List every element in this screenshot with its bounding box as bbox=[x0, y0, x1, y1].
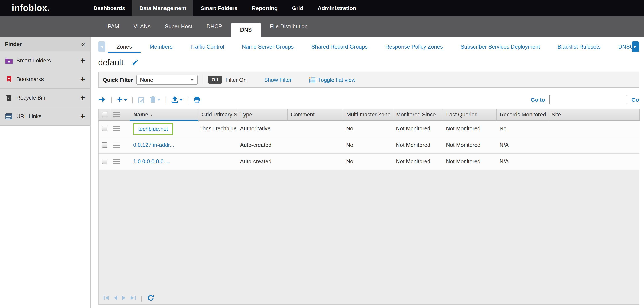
divider: | bbox=[165, 96, 166, 103]
menu-icon[interactable] bbox=[113, 112, 120, 117]
tab-members[interactable]: Members bbox=[141, 40, 181, 53]
sidebar-item-label: Smart Folders bbox=[16, 57, 51, 64]
cell-multi-master: No bbox=[343, 137, 392, 153]
row-checkbox[interactable] bbox=[102, 159, 108, 164]
cell-site bbox=[548, 153, 639, 170]
column-header-grid-primary[interactable]: Grid Primary Se... bbox=[198, 109, 237, 120]
nav-grid[interactable]: Grid bbox=[285, 0, 310, 16]
add-button[interactable]: + bbox=[117, 96, 127, 103]
tab-subscriber-services-deployment[interactable]: Subscriber Services Deployment bbox=[452, 40, 549, 53]
column-header-records-monitored[interactable]: Records Monitored bbox=[496, 109, 548, 120]
cell-last-queried: Not Monitored bbox=[443, 120, 496, 137]
recycle-bin-icon bbox=[5, 94, 13, 101]
sidebar-item-url-links[interactable]: URL Links + bbox=[0, 107, 90, 126]
next-page-button[interactable] bbox=[122, 295, 126, 300]
sidebar-item-smart-folders[interactable]: Smart Folders + bbox=[0, 52, 90, 70]
tab-response-policy-zones[interactable]: Response Policy Zones bbox=[376, 40, 452, 53]
sidebar-item-label: Recycle Bin bbox=[16, 94, 45, 101]
pagination-bar: | bbox=[98, 291, 638, 304]
row-menu-icon[interactable] bbox=[113, 159, 120, 164]
select-all-checkbox[interactable] bbox=[102, 112, 108, 117]
edit-button-disabled[interactable] bbox=[138, 96, 145, 103]
filter-on-label: Filter On bbox=[226, 77, 246, 83]
tabs-scroll-right-button[interactable]: ▶ bbox=[632, 41, 639, 52]
cell-site bbox=[548, 120, 639, 137]
import-export-button[interactable] bbox=[171, 96, 182, 103]
delete-button-disabled[interactable] bbox=[150, 96, 160, 103]
nav-reporting[interactable]: Reporting bbox=[245, 0, 285, 16]
cell-records-monitored: N/A bbox=[496, 153, 548, 170]
column-header-last-queried[interactable]: Last Queried bbox=[443, 109, 496, 120]
tab-name-server-groups[interactable]: Name Server Groups bbox=[233, 40, 303, 53]
nav-administration[interactable]: Administration bbox=[310, 0, 363, 16]
finder-header: Finder « bbox=[0, 37, 90, 52]
nav-smart-folders[interactable]: Smart Folders bbox=[194, 0, 245, 16]
toggle-flat-view[interactable]: Toggle flat view bbox=[309, 77, 356, 83]
quick-filter-select[interactable]: None bbox=[136, 75, 197, 85]
open-record-arrow-icon[interactable] bbox=[98, 97, 106, 102]
tab-dns64-groups[interactable]: DNS64 Group bbox=[610, 40, 632, 53]
divider bbox=[202, 75, 203, 84]
finder-sidebar: Finder « Smart Folders + Bookmarks + Rec… bbox=[0, 37, 90, 308]
header-select-all[interactable] bbox=[98, 109, 110, 120]
add-smart-folder-button[interactable]: + bbox=[80, 56, 85, 65]
column-header-multi-master[interactable]: Multi-master Zone bbox=[343, 109, 392, 120]
column-header-monitored-since[interactable]: Monitored Since bbox=[392, 109, 443, 120]
go-button[interactable]: Go bbox=[631, 96, 639, 103]
subnav-vlans[interactable]: VLANs bbox=[126, 16, 158, 37]
tab-zones[interactable]: Zones bbox=[108, 40, 141, 53]
tab-traffic-control[interactable]: Traffic Control bbox=[181, 40, 233, 53]
last-page-button[interactable] bbox=[130, 295, 136, 300]
chevron-down-icon bbox=[124, 98, 127, 101]
goto-label: Go to bbox=[531, 96, 545, 103]
subnav-file-distribution[interactable]: File Distribution bbox=[262, 16, 315, 37]
tab-shared-record-groups[interactable]: Shared Record Groups bbox=[302, 40, 376, 53]
divider: | bbox=[187, 96, 189, 103]
column-header-type[interactable]: Type bbox=[237, 109, 287, 120]
subnav-ipam[interactable]: IPAM bbox=[99, 16, 126, 37]
row-menu-icon[interactable] bbox=[113, 142, 120, 147]
nav-data-management[interactable]: Data Management bbox=[132, 0, 194, 16]
table-header-row: Name▲ Grid Primary Se... Type Comment Mu… bbox=[98, 109, 639, 120]
subnav-dns-active[interactable]: DNS bbox=[231, 23, 261, 37]
nav-dashboards[interactable]: Dashboards bbox=[86, 0, 132, 16]
cell-last-queried: Not Monitored bbox=[443, 137, 496, 153]
goto-input[interactable] bbox=[549, 95, 627, 104]
add-url-link-button[interactable]: + bbox=[80, 112, 85, 121]
highlighted-cell: techblue.net bbox=[133, 123, 173, 134]
add-bookmark-button[interactable]: + bbox=[80, 74, 85, 84]
filter-toggle-off[interactable]: Off bbox=[208, 76, 222, 84]
column-header-name[interactable]: Name▲ bbox=[130, 109, 198, 120]
sidebar-item-recycle-bin[interactable]: Recycle Bin + bbox=[0, 89, 90, 107]
zone-link[interactable]: techblue.net bbox=[138, 125, 168, 132]
main-content: ◀ Zones Members Traffic Control Name Ser… bbox=[90, 37, 644, 308]
row-checkbox[interactable] bbox=[102, 142, 108, 148]
refresh-button[interactable] bbox=[148, 294, 154, 301]
collapse-sidebar-icon[interactable]: « bbox=[81, 41, 85, 48]
edit-title-icon[interactable] bbox=[132, 59, 138, 66]
zone-link[interactable]: 1.0.0.0.0.0.0.... bbox=[133, 158, 170, 165]
cell-type: Auto-created bbox=[237, 153, 287, 170]
tab-blacklist-rulesets[interactable]: Blacklist Rulesets bbox=[549, 40, 610, 53]
show-filter-link[interactable]: Show Filter bbox=[264, 77, 292, 83]
previous-page-button[interactable] bbox=[113, 295, 118, 300]
subnav-dhcp[interactable]: DHCP bbox=[200, 16, 229, 37]
row-menu-icon[interactable] bbox=[113, 126, 120, 131]
add-recycle-bin-button[interactable]: + bbox=[80, 93, 85, 102]
column-header-site[interactable]: Site bbox=[548, 109, 639, 120]
subnav-super-host[interactable]: Super Host bbox=[158, 16, 200, 37]
cell-grid-primary bbox=[198, 137, 237, 153]
refresh-icon bbox=[148, 294, 154, 301]
plus-icon: + bbox=[117, 96, 122, 103]
sidebar-item-bookmarks[interactable]: Bookmarks + bbox=[0, 70, 90, 89]
cell-monitored-since: Not Monitored bbox=[392, 120, 443, 137]
quick-filter-label: Quick Filter bbox=[103, 77, 133, 83]
column-header-comment[interactable]: Comment bbox=[287, 109, 343, 120]
top-bar: infoblox. Dashboards Data Management Sma… bbox=[0, 0, 644, 16]
row-checkbox[interactable] bbox=[102, 126, 108, 131]
tabs-scroll-left-button[interactable]: ◀ bbox=[98, 41, 105, 52]
print-button[interactable] bbox=[194, 96, 201, 103]
sort-asc-icon: ▲ bbox=[150, 113, 153, 117]
zone-link[interactable]: 0.0.127.in-addr... bbox=[133, 142, 174, 148]
first-page-button[interactable] bbox=[104, 295, 109, 300]
